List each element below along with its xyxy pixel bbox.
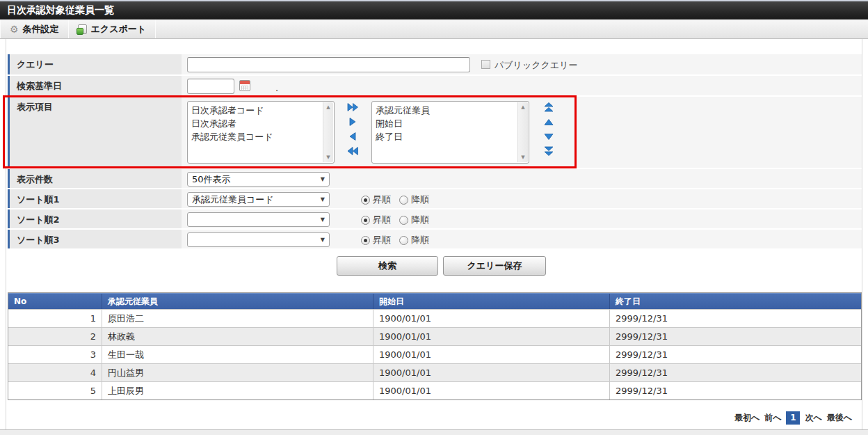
cell-no: 1	[8, 310, 102, 327]
sort1-asc-label: 昇順	[373, 193, 391, 206]
sort2-asc-radio[interactable]	[361, 216, 370, 225]
move-all-left-icon[interactable]	[346, 146, 359, 156]
column-header-no: No	[8, 294, 102, 309]
cell-employee: 生田一哉	[102, 346, 373, 363]
display-count-select[interactable]: 50件表示 ▼	[187, 172, 330, 187]
cell-start: 1900/01/01	[373, 382, 610, 400]
calendar-icon[interactable]	[239, 80, 250, 91]
list-item[interactable]: 承認元従業員コード	[191, 130, 320, 143]
sort2-asc-label: 昇順	[373, 214, 391, 226]
condition-settings-button[interactable]: ⚙ 条件設定	[1, 19, 68, 38]
selected-items-listbox[interactable]: 承認元従業員 開始日 終了日 ▲ ▼	[371, 101, 529, 164]
list-item[interactable]: 日次承認者コード	[191, 104, 320, 117]
table-row[interactable]: 3 生田一哉 1900/01/01 2999/12/31	[8, 345, 861, 363]
search-button[interactable]: 検索	[337, 256, 438, 276]
export-label: エクスポート	[91, 23, 147, 35]
move-bottom-icon[interactable]	[542, 146, 555, 156]
listbox-scrollbar[interactable]: ▲ ▼	[323, 102, 333, 162]
cell-employee: 林政義	[102, 328, 373, 345]
base-date-label: 検索基準日	[8, 76, 182, 95]
table-row[interactable]: 4 円山益男 1900/01/01 2999/12/31	[8, 363, 861, 381]
cell-employee: 上田辰男	[102, 382, 373, 400]
cell-start: 1900/01/01	[373, 346, 610, 363]
condition-settings-label: 条件設定	[23, 23, 59, 35]
pager-current-page[interactable]: 1	[786, 411, 800, 425]
move-top-icon[interactable]	[542, 102, 555, 112]
sort2-row: ソート順2 ▼ 昇順 降順	[8, 209, 862, 228]
display-count-label: 表示件数	[8, 169, 182, 188]
table-row[interactable]: 1 原田浩二 1900/01/01 2999/12/31	[8, 309, 861, 327]
move-all-right-icon[interactable]	[346, 102, 359, 112]
sort3-label: ソート順3	[8, 230, 182, 248]
table-row[interactable]: 2 林政義 1900/01/01 2999/12/31	[8, 327, 861, 345]
cell-end: 2999/12/31	[610, 328, 861, 345]
list-item[interactable]: 終了日	[376, 130, 515, 143]
base-date-suffix: .	[275, 83, 278, 93]
sort2-select[interactable]: ▼	[187, 212, 330, 227]
dropdown-arrow-icon: ▼	[321, 237, 325, 244]
scroll-down-icon[interactable]: ▼	[518, 155, 528, 160]
query-input[interactable]	[187, 57, 470, 72]
move-right-icon[interactable]	[346, 117, 359, 127]
cell-start: 1900/01/01	[373, 364, 610, 381]
scroll-down-icon[interactable]: ▼	[323, 155, 333, 160]
column-header-start: 開始日	[373, 294, 610, 309]
export-icon	[78, 24, 87, 34]
order-buttons	[542, 102, 555, 156]
sort3-row: ソート順3 ▼ 昇順 降順	[8, 230, 862, 248]
cell-no: 5	[8, 382, 102, 400]
pager-first[interactable]: 最初へ	[734, 412, 760, 424]
toolbar: ⚙ 条件設定 エクスポート	[0, 19, 868, 39]
cell-no: 2	[8, 328, 102, 345]
cell-start: 1900/01/01	[373, 328, 610, 345]
save-query-button[interactable]: クエリー保存	[443, 256, 546, 276]
move-down-icon[interactable]	[542, 132, 555, 141]
cell-end: 2999/12/31	[610, 364, 861, 381]
cell-start: 1900/01/01	[373, 310, 610, 327]
pager-last[interactable]: 最後へ	[827, 412, 852, 424]
pagination: 最初へ 前へ 1 次へ 最後へ	[734, 411, 852, 425]
sort3-desc-radio[interactable]	[399, 236, 408, 245]
move-left-icon[interactable]	[346, 132, 359, 141]
sort3-asc-radio[interactable]	[361, 236, 370, 245]
cell-end: 2999/12/31	[610, 382, 861, 400]
list-item[interactable]: 承認元従業員	[376, 104, 515, 117]
export-button[interactable]: エクスポート	[69, 19, 156, 38]
page-title: 日次承認対象従業員一覧	[0, 0, 868, 19]
pager-prev[interactable]: 前へ	[764, 412, 781, 424]
display-items-row: 表示項目 日次承認者コード 日次承認者 承認元従業員コード ▲ ▼	[8, 97, 862, 168]
table-row[interactable]: 5 上田辰男 1900/01/01 2999/12/31	[8, 381, 861, 400]
sort3-asc-label: 昇順	[373, 234, 391, 246]
action-buttons: 検索 クエリー保存	[337, 256, 546, 276]
base-date-input[interactable]	[187, 79, 234, 94]
sort1-desc-radio[interactable]	[399, 196, 408, 205]
sort1-select[interactable]: 承認元従業員コード ▼	[187, 192, 330, 207]
scroll-up-icon[interactable]: ▲	[518, 104, 528, 110]
page-bottom-border	[0, 429, 868, 435]
dropdown-arrow-icon: ▼	[321, 176, 325, 183]
move-up-icon[interactable]	[542, 117, 555, 127]
sort1-asc-radio[interactable]	[361, 196, 370, 205]
toolbar-separator	[155, 19, 156, 38]
public-query-checkbox[interactable]	[481, 60, 490, 69]
sort3-select[interactable]: ▼	[187, 232, 330, 247]
cell-employee: 原田浩二	[102, 310, 373, 327]
display-count-value: 50件表示	[192, 174, 231, 184]
list-item[interactable]: 日次承認者	[191, 117, 320, 130]
public-query-label: パブリッククエリー	[495, 57, 577, 72]
query-row: クエリー パブリッククエリー	[8, 54, 862, 74]
cell-end: 2999/12/31	[610, 310, 861, 327]
sort1-desc-label: 降順	[411, 193, 429, 206]
sort1-label: ソート順1	[8, 189, 182, 208]
list-item[interactable]: 開始日	[376, 117, 515, 130]
listbox-scrollbar[interactable]: ▲ ▼	[517, 102, 528, 162]
gear-icon: ⚙	[10, 24, 19, 34]
cell-employee: 円山益男	[102, 364, 373, 381]
sort2-desc-radio[interactable]	[399, 216, 408, 225]
pager-next[interactable]: 次へ	[805, 412, 821, 424]
query-label: クエリー	[8, 54, 182, 74]
sort3-desc-label: 降順	[411, 234, 429, 246]
available-items-listbox[interactable]: 日次承認者コード 日次承認者 承認元従業員コード ▲ ▼	[187, 101, 335, 164]
result-table: No 承認元従業員 開始日 終了日 1 原田浩二 1900/01/01 2999…	[8, 292, 862, 400]
scroll-up-icon[interactable]: ▲	[323, 104, 333, 110]
